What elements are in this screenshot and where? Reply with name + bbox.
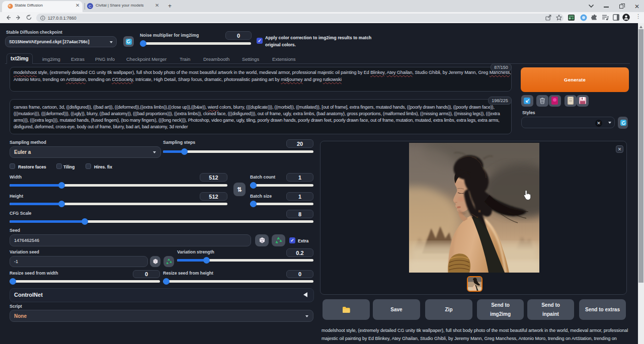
svg-text:C: C: [89, 4, 92, 9]
